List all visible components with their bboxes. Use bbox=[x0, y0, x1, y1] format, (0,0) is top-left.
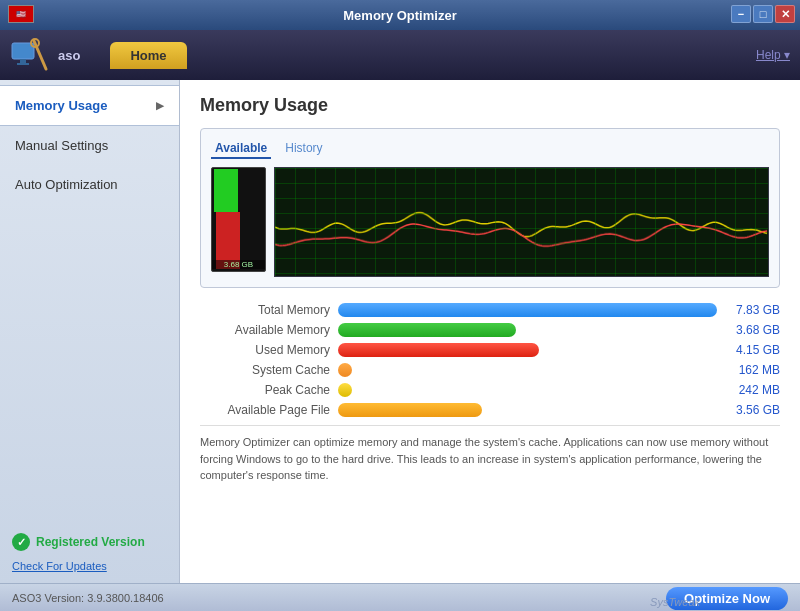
content-title: Memory Usage bbox=[200, 95, 780, 116]
sidebar: Memory Usage ▶ Manual Settings Auto Opti… bbox=[0, 80, 180, 583]
stat-row-page-file: Available Page File 3.56 GB bbox=[200, 403, 780, 417]
stat-row-system-cache: System Cache 162 MB bbox=[200, 363, 780, 377]
stat-bar-container-peak-cache bbox=[338, 383, 717, 397]
stat-bar-container-available bbox=[338, 323, 717, 337]
sidebar-item-manual-settings[interactable]: Manual Settings bbox=[0, 126, 179, 165]
stat-bar-used bbox=[338, 343, 539, 357]
stat-bar-page-file bbox=[338, 403, 482, 417]
registered-badge: ✓ Registered Version bbox=[12, 533, 167, 551]
main-container: Memory Usage ▶ Manual Settings Auto Opti… bbox=[0, 80, 800, 583]
maximize-button[interactable]: □ bbox=[753, 5, 773, 23]
stat-bar-container-system-cache bbox=[338, 363, 717, 377]
bottom-bar: ASO3 Version: 3.9.3800.18406 Optimize No… bbox=[0, 583, 800, 611]
stat-value-used: 4.15 GB bbox=[725, 343, 780, 357]
stat-label-available: Available Memory bbox=[200, 323, 330, 337]
stat-bar-container-total bbox=[338, 303, 717, 317]
stat-value-page-file: 3.56 GB bbox=[725, 403, 780, 417]
stat-bar-container-used bbox=[338, 343, 717, 357]
peak-cache-indicator bbox=[338, 383, 352, 397]
header-bar: aso Home Help ▾ bbox=[0, 30, 800, 80]
close-button[interactable]: ✕ bbox=[775, 5, 795, 23]
stat-value-system-cache: 162 MB bbox=[725, 363, 780, 377]
stat-label-system-cache: System Cache bbox=[200, 363, 330, 377]
sidebar-item-auto-optimization[interactable]: Auto Optimization bbox=[0, 165, 179, 204]
stat-label-page-file: Available Page File bbox=[200, 403, 330, 417]
stat-label-total: Total Memory bbox=[200, 303, 330, 317]
registered-label: Registered Version bbox=[36, 535, 145, 549]
stat-value-available: 3.68 GB bbox=[725, 323, 780, 337]
stat-bar-container-page-file bbox=[338, 403, 717, 417]
minimize-button[interactable]: − bbox=[731, 5, 751, 23]
stat-bar-available bbox=[338, 323, 516, 337]
sidebar-item-label: Manual Settings bbox=[15, 138, 108, 153]
stat-row-used: Used Memory 4.15 GB bbox=[200, 343, 780, 357]
memory-bar-label: 3.68 GB bbox=[212, 260, 265, 269]
stat-label-peak-cache: Peak Cache bbox=[200, 383, 330, 397]
sidebar-item-memory-usage[interactable]: Memory Usage ▶ bbox=[0, 85, 179, 126]
home-tab[interactable]: Home bbox=[110, 42, 186, 69]
app-name-label: aso bbox=[58, 48, 80, 63]
system-cache-indicator bbox=[338, 363, 352, 377]
free-memory-bar bbox=[214, 169, 238, 212]
stat-row-total: Total Memory 7.83 GB bbox=[200, 303, 780, 317]
stats-container: Total Memory 7.83 GB Available Memory 3.… bbox=[200, 303, 780, 417]
content-area: Memory Usage Available History 3.68 GB bbox=[180, 80, 800, 583]
history-chart bbox=[274, 167, 769, 277]
logo-area: aso bbox=[10, 35, 80, 75]
check-updates-link[interactable]: Check For Updates bbox=[12, 560, 107, 572]
stat-value-total: 7.83 GB bbox=[725, 303, 780, 317]
grid-overlay bbox=[275, 168, 768, 276]
version-text: ASO3 Version: 3.9.3800.18406 bbox=[12, 592, 164, 604]
window-controls: − □ ✕ bbox=[731, 5, 795, 23]
memory-panel: Available History 3.68 GB bbox=[200, 128, 780, 288]
app-title: Memory Optimizer bbox=[343, 8, 456, 23]
flag-icon: 🇺🇸 bbox=[8, 5, 34, 23]
sidebar-item-label: Auto Optimization bbox=[15, 177, 118, 192]
check-icon: ✓ bbox=[12, 533, 30, 551]
stat-bar-total bbox=[338, 303, 717, 317]
arrow-icon: ▶ bbox=[156, 100, 164, 111]
stat-row-peak-cache: Peak Cache 242 MB bbox=[200, 383, 780, 397]
panel-tabs: Available History bbox=[211, 139, 769, 159]
sidebar-bottom: ✓ Registered Version Check For Updates bbox=[0, 523, 179, 583]
description-text: Memory Optimizer can optimize memory and… bbox=[200, 425, 780, 484]
svg-rect-2 bbox=[20, 59, 26, 63]
sidebar-item-label: Memory Usage bbox=[15, 98, 107, 113]
svg-rect-3 bbox=[17, 63, 29, 65]
stat-label-used: Used Memory bbox=[200, 343, 330, 357]
tab-available[interactable]: Available bbox=[211, 139, 271, 159]
watermark-text: SysTweak bbox=[650, 596, 700, 608]
chart-area: 3.68 GB bbox=[211, 167, 769, 277]
help-button[interactable]: Help ▾ bbox=[756, 48, 790, 62]
memory-bar-visual: 3.68 GB bbox=[211, 167, 266, 272]
app-logo-icon bbox=[10, 35, 50, 75]
title-bar: 🇺🇸 Memory Optimizer − □ ✕ bbox=[0, 0, 800, 30]
tab-history[interactable]: History bbox=[281, 139, 326, 159]
stat-row-available: Available Memory 3.68 GB bbox=[200, 323, 780, 337]
stat-value-peak-cache: 242 MB bbox=[725, 383, 780, 397]
